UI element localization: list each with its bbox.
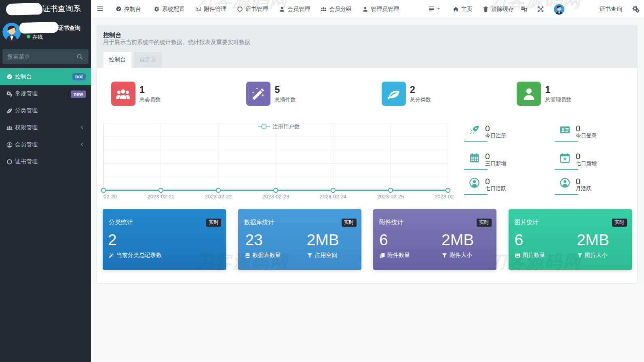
svg-text:2023-02-26: 2023-02-26 bbox=[435, 194, 454, 200]
svg-text:注册用户数: 注册用户数 bbox=[272, 124, 300, 130]
svg-text:2023-02-21: 2023-02-21 bbox=[148, 194, 175, 200]
svg-text:2023-02-24: 2023-02-24 bbox=[320, 194, 347, 200]
svg-text:2023-02-22: 2023-02-22 bbox=[205, 194, 232, 200]
svg-text:2023-02-25: 2023-02-25 bbox=[377, 194, 404, 200]
svg-text:02-20: 02-20 bbox=[103, 194, 117, 200]
svg-text:2023-02-23: 2023-02-23 bbox=[262, 194, 289, 200]
